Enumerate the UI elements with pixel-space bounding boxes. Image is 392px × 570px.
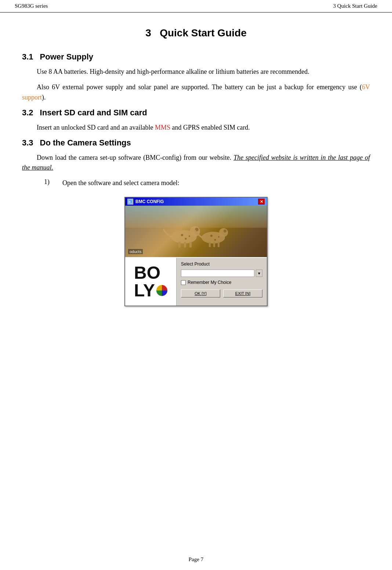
svg-rect-18 xyxy=(213,242,215,247)
svg-point-15 xyxy=(218,236,219,238)
6v-support-text: 6V support xyxy=(22,83,370,101)
svg-point-4 xyxy=(181,234,183,236)
bmc-logo-circle xyxy=(156,285,167,296)
bmc-body: BO LY Select Product ▼ xyxy=(125,257,267,306)
section-3-3-heading: 3.3 Do the Camera Settings xyxy=(22,138,370,148)
svg-point-6 xyxy=(189,235,190,237)
page-header: SG983G series 3 Quick Start Guide xyxy=(0,0,392,12)
bmc-buttons-row: OK [Y] EXIT [N] xyxy=(181,289,262,297)
bmc-screenshot-container: B BMC CONFIG ✕ xyxy=(22,197,370,306)
bmc-panel: Select Product ▼ Remember My Choice OK [… xyxy=(177,258,267,306)
section-3-3-para: Down load the camera set-up software (BM… xyxy=(22,153,370,173)
page-number: Page 7 xyxy=(189,556,203,562)
bmc-logo: BO LY xyxy=(134,264,167,299)
bmc-title-text: BMC CONFIG xyxy=(135,199,164,204)
page-content: 3 Quick Start Guide 3.1 Power Supply Use… xyxy=(0,12,392,339)
svg-rect-9 xyxy=(184,242,186,248)
svg-rect-17 xyxy=(209,242,211,247)
section-3-2-title: Insert SD card and SIM card xyxy=(40,108,147,118)
section-3-2-para: Insert an unlocked SD card and an availa… xyxy=(22,123,370,133)
section-3-3-title: Do the Camera Settings xyxy=(40,138,131,148)
chapter-number: 3 xyxy=(145,27,151,39)
bmc-exit-button[interactable]: EXIT [N] xyxy=(223,289,262,297)
svg-point-16 xyxy=(224,230,226,232)
section-3-3-num: 3.3 xyxy=(22,138,33,148)
section-3-2-heading: 3.2 Insert SD card and SIM card xyxy=(22,108,370,118)
bmc-exit-underline: N xyxy=(246,291,249,296)
bmc-logo-ly: LY xyxy=(134,282,155,299)
section-3-2-num: 3.2 xyxy=(22,108,33,118)
bmc-remember-label: Remember My Choice xyxy=(188,280,231,285)
header-right: 3 Quick Start Guide xyxy=(333,3,377,9)
bmc-logo-bo: BO xyxy=(134,264,160,282)
bmc-dropdown-button[interactable]: ▼ xyxy=(256,270,262,277)
step-1: 1) Open the software and select camera m… xyxy=(44,178,370,188)
bmc-ok-underline: Y xyxy=(203,291,205,296)
section-3-1-title: Power Supply xyxy=(40,52,93,62)
section-3-1-para1: Use 8 AA batteries. High-density and hig… xyxy=(22,67,370,77)
chapter-heading: Quick Start Guide xyxy=(160,27,247,39)
step-1-text: Open the software and select camera mode… xyxy=(62,178,179,188)
mms-text: MMS xyxy=(155,124,170,131)
header-left: SG983G series xyxy=(15,3,48,9)
bmc-remember-checkbox[interactable] xyxy=(181,280,186,285)
svg-point-5 xyxy=(185,238,187,240)
svg-rect-19 xyxy=(218,242,219,247)
svg-point-14 xyxy=(214,239,216,241)
svg-rect-10 xyxy=(189,242,192,248)
bmc-titlebar: B BMC CONFIG ✕ xyxy=(125,198,267,206)
bmc-select-row: ▼ xyxy=(181,270,262,277)
chapter-title: 3 Quick Start Guide xyxy=(22,27,370,39)
website-link-text: The specified website is written in the … xyxy=(22,154,370,172)
bmc-ok-button[interactable]: OK [Y] xyxy=(181,289,220,297)
bmc-title-icon: B xyxy=(127,199,133,205)
section-3-1-heading: 3.1 Power Supply xyxy=(22,52,370,62)
section-3-1-para2: Also 6V external power supply and solar … xyxy=(22,82,370,103)
svg-text:B: B xyxy=(129,201,131,203)
bmc-close-button[interactable]: ✕ xyxy=(258,199,265,205)
bmc-image-label: oducts xyxy=(128,249,143,254)
bmc-logo-area: BO LY xyxy=(125,258,177,306)
bmc-checkbox-row: Remember My Choice xyxy=(181,280,262,285)
section-3-1-num: 3.1 xyxy=(22,52,33,62)
svg-point-12 xyxy=(219,228,228,237)
svg-rect-8 xyxy=(178,242,181,248)
step-list: 1) Open the software and select camera m… xyxy=(44,178,370,188)
bmc-window: B BMC CONFIG ✕ xyxy=(124,197,268,306)
bmc-product-select[interactable] xyxy=(181,270,254,277)
page-footer: Page 7 xyxy=(0,556,392,563)
step-1-num: 1) xyxy=(44,178,55,186)
bmc-titlebar-left: B BMC CONFIG xyxy=(127,199,164,205)
bmc-select-label: Select Product xyxy=(181,261,262,267)
bmc-image-area: oducts xyxy=(125,206,267,257)
svg-point-13 xyxy=(210,235,213,237)
